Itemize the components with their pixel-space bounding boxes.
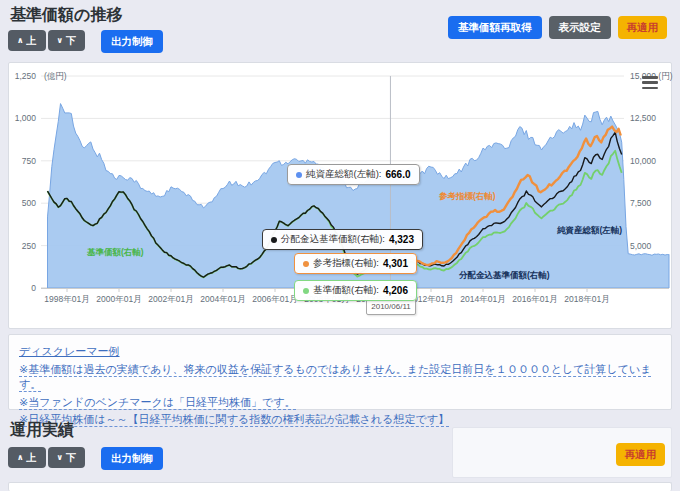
section2-title: 運用実績 bbox=[10, 420, 74, 441]
disclaimer-title-link[interactable]: ディスクレーマー例 bbox=[19, 344, 120, 359]
svg-text:2004年01月: 2004年01月 bbox=[200, 294, 245, 304]
nav-updown-group: ∧ 上 ∨ 下 bbox=[8, 30, 85, 51]
series-dot-icon bbox=[271, 237, 277, 243]
disclaimer-panel: ディスクレーマー例 ※基準価額は過去の実績であり、将来の収益を保証するものではあ… bbox=[8, 334, 672, 410]
svg-text:(億円): (億円) bbox=[44, 71, 67, 81]
chart-menu-icon[interactable] bbox=[642, 76, 658, 89]
disclaimer-line: ※基準価額は過去の実績であり、将来の収益を保証するものではありません。また設定日… bbox=[19, 362, 661, 392]
section2-nav-updown-group: ∧ 上 ∨ 下 bbox=[8, 447, 85, 468]
reapply-button[interactable]: 再適用 bbox=[618, 16, 668, 39]
svg-text:5,000: 5,000 bbox=[630, 241, 652, 251]
svg-text:1998年01月: 1998年01月 bbox=[44, 294, 89, 304]
svg-text:12,500: 12,500 bbox=[630, 113, 656, 123]
svg-text:250: 250 bbox=[22, 241, 36, 251]
svg-text:2002年01月: 2002年01月 bbox=[148, 294, 193, 304]
section2-move-down-button[interactable]: ∨ 下 bbox=[48, 447, 86, 468]
svg-text:1,000: 1,000 bbox=[15, 113, 37, 123]
svg-text:500: 500 bbox=[22, 198, 36, 208]
top-actions: 基準価額再取得 表示設定 再適用 bbox=[448, 16, 667, 39]
output-control-button[interactable]: 出力制御 bbox=[101, 30, 163, 53]
svg-text:1,250: 1,250 bbox=[15, 71, 37, 81]
svg-text:0: 0 bbox=[31, 283, 36, 293]
series-dot-icon bbox=[303, 288, 309, 294]
page-title: 基準価額の推移 bbox=[10, 5, 122, 26]
move-up-button[interactable]: ∧ 上 bbox=[8, 30, 46, 51]
svg-text:7,500: 7,500 bbox=[630, 198, 652, 208]
series-dot-icon bbox=[296, 172, 302, 178]
chevron-down-icon: ∨ bbox=[57, 454, 64, 462]
chart-tooltip-dist-included-nav: 分配金込基準価額(右軸): 4,323 bbox=[262, 229, 423, 250]
svg-text:2014年01月: 2014年01月 bbox=[460, 294, 505, 304]
disclaimer-line: ※当ファンドのベンチマークは「日経平均株価」です。 bbox=[19, 395, 661, 410]
svg-text:2016年01月: 2016年01月 bbox=[512, 294, 557, 304]
next-panel-edge bbox=[8, 482, 672, 491]
svg-text:分配金込基準価額(右軸): 分配金込基準価額(右軸) bbox=[458, 270, 550, 280]
nav-chart-panel: 1998年01月2000年01月2002年01月2004年01月2006年01月… bbox=[8, 62, 672, 329]
chevron-down-icon: ∨ bbox=[57, 37, 64, 45]
disclaimer-line: ※日経平均株価は～～【日経平均株価に関する指数の権利表記が記載される想定です】 bbox=[19, 412, 661, 427]
svg-text:2000年01月: 2000年01月 bbox=[96, 294, 141, 304]
svg-text:純資産総額(左軸): 純資産総額(左軸) bbox=[557, 225, 622, 235]
section2-settings-panel: 再適用 bbox=[452, 427, 672, 478]
section2-reapply-button[interactable]: 再適用 bbox=[616, 443, 666, 466]
series-dot-icon bbox=[303, 261, 309, 267]
move-down-button[interactable]: ∨ 下 bbox=[48, 30, 86, 51]
svg-text:10,000: 10,000 bbox=[630, 156, 656, 166]
chevron-up-icon: ∧ bbox=[17, 37, 24, 45]
chevron-up-icon: ∧ bbox=[17, 454, 24, 462]
svg-text:2018年01月: 2018年01月 bbox=[564, 294, 609, 304]
svg-text:750: 750 bbox=[22, 156, 36, 166]
section2-output-control-button[interactable]: 出力制御 bbox=[101, 447, 163, 470]
display-settings-button[interactable]: 表示設定 bbox=[549, 16, 611, 39]
svg-text:基準価額(右軸): 基準価額(右軸) bbox=[86, 247, 144, 257]
chart-tooltip-benchmark: 参考指標(右軸): 4,301 bbox=[294, 253, 417, 274]
section2-move-up-button[interactable]: ∧ 上 bbox=[8, 447, 46, 468]
chart-tooltip-nav: 基準価額(右軸): 4,206 bbox=[294, 280, 417, 301]
refetch-nav-button[interactable]: 基準価額再取得 bbox=[448, 16, 542, 39]
chart-tooltip-net-assets: 純資産総額(左軸): 666.0 bbox=[287, 164, 420, 185]
svg-text:2006年01月: 2006年01月 bbox=[252, 294, 297, 304]
svg-text:参考指標(右軸): 参考指標(右軸) bbox=[438, 191, 496, 201]
